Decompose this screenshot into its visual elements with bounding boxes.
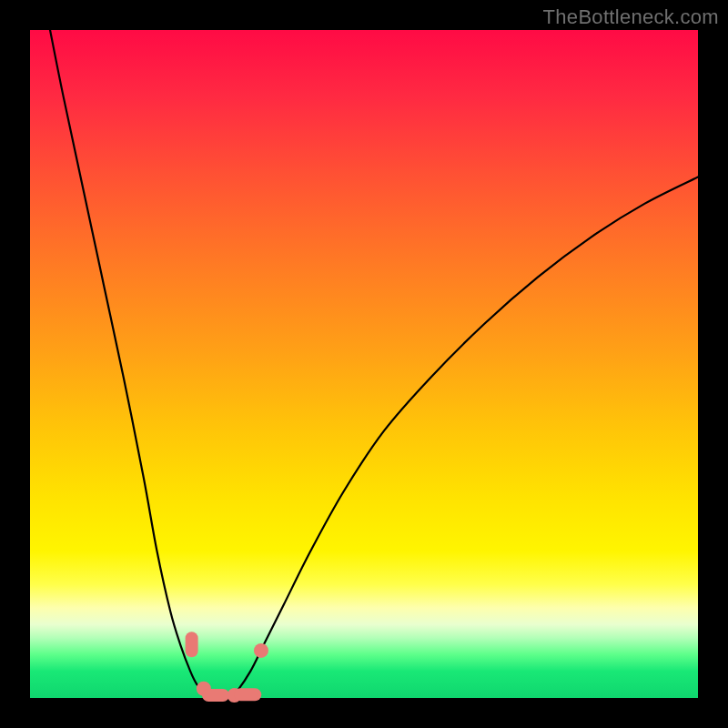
marker-dot-icon — [254, 643, 268, 658]
chart-frame: TheBottleneck.com — [0, 0, 728, 728]
marker-capsule-icon — [186, 632, 198, 657]
marker-capsule-icon — [234, 688, 261, 701]
right-curve — [230, 177, 698, 698]
plot-area — [30, 30, 698, 698]
watermark-text: TheBottleneck.com — [543, 5, 719, 29]
marker-group — [186, 632, 268, 703]
left-curve — [50, 30, 217, 698]
marker-capsule-icon — [202, 689, 229, 702]
curve-layer — [30, 30, 698, 698]
